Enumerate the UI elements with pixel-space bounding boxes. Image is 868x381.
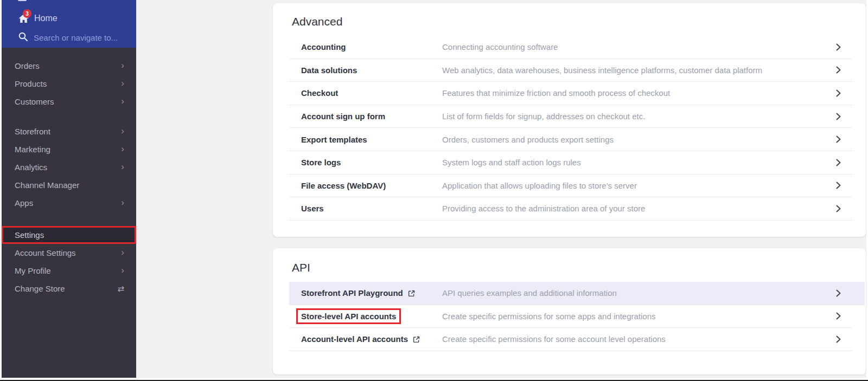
row-label: Storefront API Playground: [301, 288, 442, 298]
sidebar-item-orders[interactable]: Orders›: [2, 57, 136, 75]
chevron-right-icon: ›: [121, 96, 124, 106]
external-link-icon: [408, 290, 415, 297]
sidebar-item-channel-manager[interactable]: Channel Manager: [2, 176, 136, 194]
section-api: API Storefront API PlaygroundAPI queries…: [273, 248, 866, 374]
sidebar-item-label: Storefront: [15, 127, 121, 136]
main-content: Advanced AccountingConnecting accounting…: [136, 0, 866, 378]
row-description: Create specific permissions for some app…: [442, 312, 835, 321]
chevron-right-icon: ›: [121, 248, 124, 257]
chevron-right-icon: [835, 66, 841, 74]
row-label-text: Store logs: [301, 158, 341, 167]
chevron-right-icon: ›: [121, 162, 124, 171]
search-icon: [18, 31, 28, 44]
row-label-text: Store-level API accounts: [301, 312, 396, 321]
settings-row-storefront-api-playground[interactable]: Storefront API PlaygroundAPI queries exa…: [289, 282, 865, 305]
sidebar-item-label: Account Settings: [15, 248, 121, 257]
row-label: Accounting: [301, 42, 442, 51]
sidebar-item-settings[interactable]: Settings: [2, 226, 136, 244]
chevron-right-icon: ›: [121, 144, 124, 153]
chevron-right-icon: [835, 112, 841, 121]
row-label: File access (WebDAV): [301, 181, 442, 190]
sidebar-group: Orders›Products›Customers›: [2, 57, 136, 111]
section-title: Advanced: [292, 15, 866, 28]
row-description: API queries examples and additional info…: [442, 288, 835, 298]
sidebar-item-customers[interactable]: Customers›: [2, 93, 136, 111]
sidebar-item-apps[interactable]: Apps›: [2, 194, 136, 212]
section-advanced: Advanced AccountingConnecting accounting…: [273, 3, 866, 237]
row-description: Application that allows uploading files …: [442, 181, 835, 190]
row-label-text: Storefront API Playground: [301, 288, 403, 298]
settings-row-account-sign-up-form[interactable]: Account sign up formList of form fields …: [289, 105, 852, 128]
row-label-text: File access (WebDAV): [301, 181, 386, 190]
row-label-text: Account-level API accounts: [301, 334, 408, 344]
sidebar-item-label: View Storefronts: [32, 0, 101, 2]
settings-row-data-solutions[interactable]: Data solutionsWeb analytics, data wareho…: [289, 59, 852, 82]
settings-row-accounting[interactable]: AccountingConnecting accounting software: [289, 36, 852, 59]
chevron-right-icon: [835, 181, 841, 190]
settings-row-account-level-api-accounts[interactable]: Account-level API accountsCreate specifi…: [289, 328, 852, 351]
sidebar-item-my-profile[interactable]: My Profile›: [2, 262, 136, 280]
sidebar-item-label: Change Store: [15, 284, 117, 293]
sidebar-item-account-settings[interactable]: Account Settings›: [2, 244, 136, 262]
sidebar-item-analytics[interactable]: Analytics›: [2, 158, 136, 176]
chevron-right-icon: [835, 289, 841, 298]
row-label-text: Users: [301, 204, 324, 213]
row-label: Store logs: [301, 158, 442, 167]
sidebar-item-products[interactable]: Products›: [2, 75, 136, 93]
sidebar-item-label: My Profile: [15, 266, 121, 275]
sidebar-groups: Orders›Products›Customers›Storefront›Mar…: [2, 57, 136, 298]
row-description: System logs and staff action logs rules: [442, 158, 835, 167]
row-label: Data solutions: [301, 66, 442, 75]
switch-store-icon: ⇄: [117, 285, 124, 293]
search-placeholder: Search or navigate to...: [34, 33, 118, 42]
row-description: Create specific permissions for some acc…: [442, 334, 835, 344]
sidebar-item-label: Settings: [15, 230, 124, 240]
row-label: Checkout: [301, 88, 442, 98]
chevron-right-icon: ›: [121, 126, 124, 135]
storefront-icon: [18, 0, 27, 1]
sidebar-item-view-storefronts[interactable]: View Storefronts: [18, 0, 101, 4]
settings-row-users[interactable]: UsersProviding access to the administrat…: [289, 197, 852, 221]
chevron-right-icon: [835, 89, 841, 98]
sidebar-item-storefront[interactable]: Storefront›: [2, 122, 136, 140]
settings-row-file-access-webdav[interactable]: File access (WebDAV)Application that all…: [289, 175, 852, 198]
settings-row-checkout[interactable]: CheckoutFeatures that minimize friction …: [289, 82, 852, 105]
settings-rows: Storefront API PlaygroundAPI queries exa…: [289, 282, 852, 351]
settings-row-store-logs[interactable]: Store logsSystem logs and staff action l…: [289, 151, 852, 175]
sidebar-item-home[interactable]: 3 Home: [18, 11, 58, 26]
row-description: Features that minimize friction and smoo…: [442, 88, 835, 98]
sidebar-item-label: Home: [34, 14, 58, 23]
sidebar-group: Storefront›Marketing›Analytics›Channel M…: [2, 122, 136, 212]
row-label: Account sign up form: [301, 112, 442, 121]
row-description: Web analytics, data warehouses, business…: [442, 66, 835, 75]
chevron-right-icon: ›: [121, 79, 124, 88]
row-description: Connecting accounting software: [442, 42, 835, 51]
row-description: Providing access to the administration a…: [442, 204, 835, 213]
home-icon: 3: [18, 13, 29, 24]
sidebar-header: View Storefronts 3 Home: [2, 0, 136, 48]
sidebar-item-marketing[interactable]: Marketing›: [2, 140, 136, 158]
chevron-right-icon: [835, 312, 841, 320]
sidebar-item-label: Apps: [15, 198, 121, 208]
sidebar-item-label: Channel Manager: [15, 180, 124, 190]
row-label-text: Accounting: [301, 42, 346, 51]
section-title: API: [292, 261, 866, 274]
chevron-right-icon: [835, 43, 841, 51]
chevron-right-icon: [835, 135, 841, 144]
search-input[interactable]: Search or navigate to...: [18, 30, 118, 45]
screenshot-frame: View Storefronts 3 Home: [0, 0, 868, 381]
settings-row-store-level-api-accounts[interactable]: Store-level API accountsCreate specific …: [289, 305, 852, 328]
sidebar-item-change-store[interactable]: Change Store⇄: [2, 280, 136, 298]
settings-rows: AccountingConnecting accounting software…: [289, 36, 852, 221]
app-viewport: View Storefronts 3 Home: [2, 0, 866, 378]
row-label-text: Export templates: [301, 135, 367, 144]
row-label: Export templates: [301, 135, 442, 144]
chevron-right-icon: [835, 158, 841, 167]
sidebar: View Storefronts 3 Home: [2, 0, 136, 378]
sidebar-item-label: Marketing: [15, 145, 121, 154]
chevron-right-icon: [835, 335, 841, 344]
settings-row-export-templates[interactable]: Export templatesOrders, customers and pr…: [289, 128, 852, 151]
notification-badge: 3: [23, 9, 31, 18]
external-link-icon: [413, 336, 420, 343]
row-label-text: Checkout: [301, 88, 338, 98]
